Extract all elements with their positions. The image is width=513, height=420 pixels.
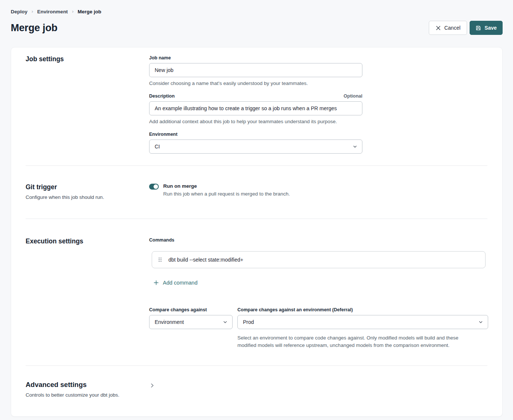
breadcrumb-separator-icon: › [72, 9, 73, 14]
section-job-settings-right: Job name Consider choosing a name that's… [149, 55, 487, 154]
compare-changes-label: Compare changes against [149, 307, 233, 312]
add-command-label: Add command [163, 280, 198, 286]
deferral-label: Compare changes against an environment (… [237, 307, 488, 312]
command-row[interactable]: dbt build --select state:modified+ [152, 251, 486, 268]
section-git-trigger-right: Run on merge Run this job when a pull re… [149, 183, 487, 200]
run-on-merge-row: Run on merge Run this job when a pull re… [149, 183, 487, 197]
add-command-button[interactable]: Add command [154, 280, 198, 286]
section-execution-settings-left: Execution settings [26, 237, 149, 349]
job-name-helper: Consider choosing a name that's easily u… [149, 81, 487, 86]
job-name-field-group: Job name Consider choosing a name that's… [149, 55, 487, 86]
environment-select-value: CI [155, 144, 160, 150]
job-name-label: Job name [149, 55, 487, 60]
title-row: Merge job Cancel Save [11, 21, 503, 35]
job-settings-card: Job settings Job name Consider choosing … [11, 47, 503, 417]
compare-changes-select-value: Environment [155, 319, 184, 325]
deferral-select[interactable]: Prod [237, 315, 488, 329]
breadcrumb: Deploy › Environment › Merge job [11, 9, 503, 14]
deferral-helper: Select an environment to compare code ch… [237, 334, 478, 349]
breadcrumb-item-merge-job: Merge job [78, 9, 101, 14]
description-label: Description [149, 93, 175, 99]
deferral-select-value: Prod [243, 319, 254, 325]
run-on-merge-toggle[interactable] [149, 184, 159, 190]
chevron-down-icon [353, 144, 357, 149]
description-label-row: Description Optional [149, 93, 362, 99]
job-settings-heading: Job settings [26, 55, 149, 63]
plus-icon [154, 280, 159, 285]
page-header: Deploy › Environment › Merge job Merge j… [0, 0, 513, 35]
environment-field-group: Environment CI [149, 132, 487, 154]
git-trigger-subheading: Configure when this job should run. [26, 194, 149, 200]
deferral-group: Compare changes against an environment (… [237, 307, 488, 349]
drag-handle-icon[interactable] [158, 257, 162, 262]
header-actions: Cancel Save [429, 21, 503, 35]
breadcrumb-separator-icon: › [32, 9, 33, 14]
job-name-input[interactable] [149, 63, 362, 77]
description-input[interactable] [149, 101, 362, 115]
advanced-settings-subheading: Controls to better customize your dbt jo… [26, 392, 149, 398]
section-execution-settings: Execution settings Commands dbt build --… [11, 219, 502, 365]
git-trigger-heading: Git trigger [26, 183, 149, 191]
description-field-group: Description Optional Add additional cont… [149, 93, 487, 124]
advanced-settings-heading: Advanced settings [26, 381, 149, 389]
page-title: Merge job [11, 22, 57, 34]
section-advanced-settings-left: Advanced settings Controls to better cus… [26, 381, 149, 398]
close-icon [435, 25, 441, 31]
chevron-down-icon [223, 320, 227, 324]
environment-label: Environment [149, 132, 487, 137]
breadcrumb-item-environment[interactable]: Environment [37, 9, 68, 14]
chevron-down-icon [479, 320, 483, 324]
run-on-merge-text: Run on merge Run this job when a pull re… [163, 183, 290, 197]
compare-row: Compare changes against Environment Comp… [149, 307, 487, 349]
section-job-settings-left: Job settings [26, 55, 149, 154]
cancel-button-label: Cancel [444, 25, 461, 31]
save-button[interactable]: Save [470, 21, 503, 35]
execution-settings-heading: Execution settings [26, 237, 149, 245]
section-git-trigger-left: Git trigger Configure when this job shou… [26, 183, 149, 200]
compare-changes-select[interactable]: Environment [149, 315, 233, 329]
environment-select[interactable]: CI [149, 140, 362, 154]
description-optional-tag: Optional [343, 93, 362, 99]
section-job-settings: Job settings Job name Consider choosing … [11, 47, 502, 165]
compare-changes-group: Compare changes against Environment [149, 307, 233, 349]
save-disk-icon [476, 25, 481, 31]
section-advanced-settings[interactable]: Advanced settings Controls to better cus… [11, 366, 502, 416]
commands-label: Commands [149, 237, 487, 243]
chevron-right-icon[interactable] [149, 383, 155, 390]
cancel-button[interactable]: Cancel [429, 21, 467, 35]
command-text[interactable]: dbt build --select state:modified+ [168, 257, 243, 263]
run-on-merge-label: Run on merge [163, 183, 290, 189]
breadcrumb-item-deploy[interactable]: Deploy [11, 9, 27, 14]
section-git-trigger: Git trigger Configure when this job shou… [11, 166, 502, 219]
section-execution-settings-right: Commands dbt build --select state:modifi… [149, 237, 487, 349]
save-button-label: Save [484, 25, 497, 31]
run-on-merge-description: Run this job when a pull request is merg… [163, 191, 290, 197]
description-helper: Add additional context about this job to… [149, 119, 487, 124]
